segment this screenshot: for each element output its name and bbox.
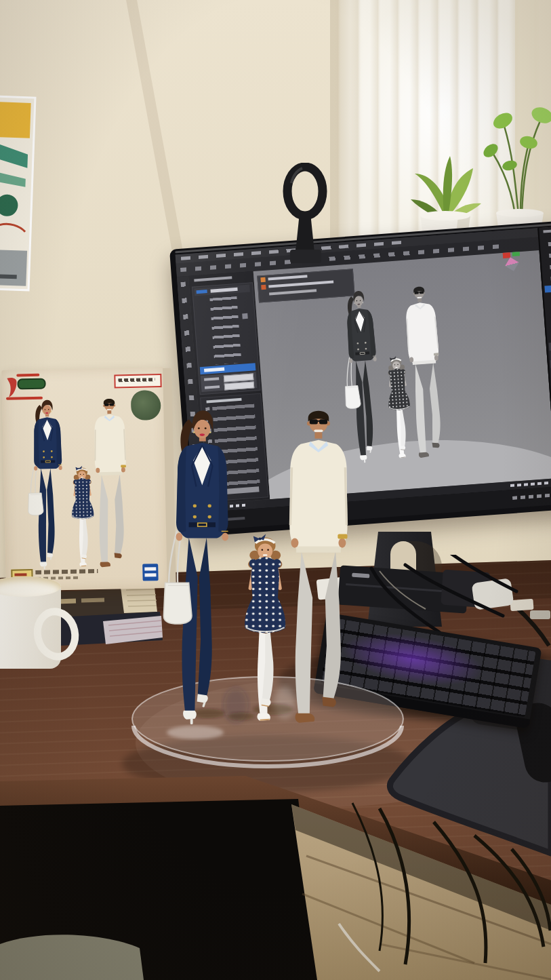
figurine-family xyxy=(144,401,367,731)
ring-holder xyxy=(272,163,339,271)
depicted-properties-panel xyxy=(192,282,260,395)
depicted-selected-item xyxy=(544,284,551,292)
box-warning-label xyxy=(114,374,161,388)
box-artwork xyxy=(16,393,138,574)
depicted-3d-gizmo xyxy=(502,250,531,278)
gizmo-pink-icon xyxy=(505,257,519,271)
wall-poster xyxy=(0,96,35,290)
layer-thumb-icon xyxy=(261,285,266,290)
layer-thumb-icon xyxy=(260,277,265,282)
depicted-input-field xyxy=(224,381,255,390)
mug xyxy=(0,585,61,669)
photo-stage xyxy=(0,0,551,980)
